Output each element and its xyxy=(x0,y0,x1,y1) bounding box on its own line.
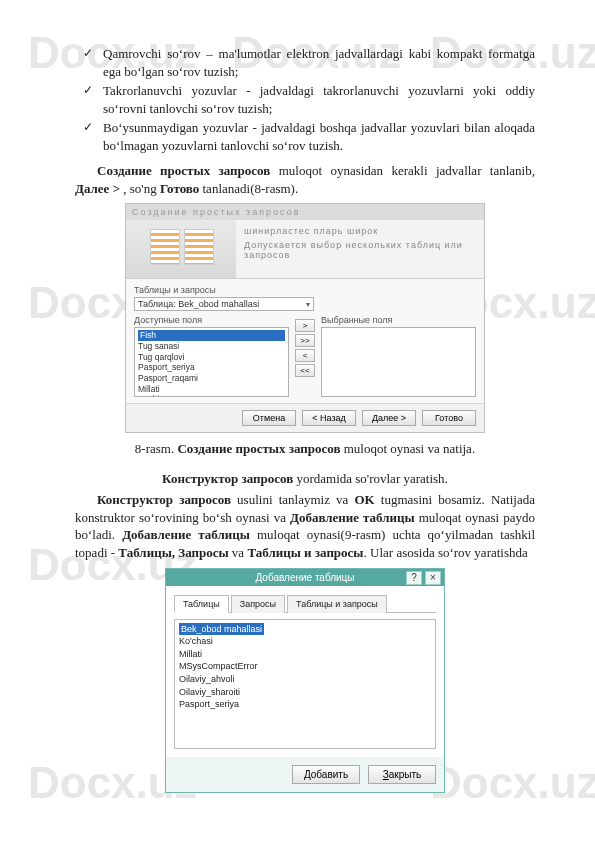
figure-8-caption: 8-rasm. Создание простых запросов muloqo… xyxy=(75,441,535,457)
bullet-list: Qamrovchi so‘rov – ma'lumotlar elektron … xyxy=(75,45,535,154)
help-button[interactable]: ? xyxy=(406,571,422,585)
cancel-button[interactable]: Отмена xyxy=(242,410,296,426)
list-item[interactable]: Oilaviy_sharoiti xyxy=(179,686,431,699)
bold-text: OK xyxy=(354,492,374,507)
bold-text: Готово xyxy=(160,181,199,196)
bold-text: Далее > xyxy=(75,181,120,196)
move-right-button[interactable]: > xyxy=(295,319,315,332)
chevron-down-icon: ▾ xyxy=(306,300,310,309)
text: . Ular asosida so‘rov yaratishda xyxy=(364,545,528,560)
available-fields-list[interactable]: Fish Tug sanasi Tug qarqlovi Pasport_ser… xyxy=(134,327,289,397)
dialog-buttons: Добавить Закрыть xyxy=(166,757,444,792)
field-label: Выбранные поля xyxy=(321,315,476,325)
wizard-body: Таблицы и запросы Таблица: Bek_obod maha… xyxy=(126,279,484,403)
bold-text: Создание простых запросов xyxy=(97,163,270,178)
bold-text: Конструктор запросов xyxy=(97,492,231,507)
move-all-left-button[interactable]: << xyxy=(295,364,315,377)
list-item[interactable]: Kasbi xyxy=(138,394,285,397)
wizard-header-text: шинирластес пларь широк Допускается выбо… xyxy=(236,220,484,278)
text: обавить xyxy=(311,769,348,780)
text: Д xyxy=(304,769,311,780)
text: , so'ng xyxy=(120,181,160,196)
close-dialog-button[interactable]: Закрыть xyxy=(368,765,436,784)
list-item[interactable]: Ko'chasi xyxy=(179,635,431,648)
move-left-button[interactable]: < xyxy=(295,349,315,362)
tables-dropdown[interactable]: Таблица: Bek_obod mahallasi ▾ xyxy=(134,297,314,311)
field-label: Доступные поля xyxy=(134,315,289,325)
add-table-dialog: Добавление таблицы ? × Таблицы Запросы Т… xyxy=(165,568,445,793)
move-buttons: > >> < << xyxy=(295,319,315,377)
back-button[interactable]: < Назад xyxy=(302,410,356,426)
wizard-art xyxy=(126,220,236,278)
dialog-title: Создание простых запросов xyxy=(126,204,484,220)
tab-queries[interactable]: Запросы xyxy=(231,595,285,613)
dialog-tabs: Таблицы Запросы Таблицы и запросы xyxy=(174,594,436,613)
field-label: Таблицы и запросы xyxy=(134,285,476,295)
list-item[interactable]: MSysCompactError xyxy=(179,660,431,673)
next-button[interactable]: Далее > xyxy=(362,410,416,426)
text: 8-rasm. xyxy=(135,441,178,456)
list-item[interactable]: Pasport_seriya xyxy=(179,698,431,711)
list-item[interactable]: Millati xyxy=(138,384,285,395)
page-content: Qamrovchi so‘rov – ma'lumotlar elektron … xyxy=(0,0,595,833)
paragraph-1: Создание простых запросов muloqot oynasi… xyxy=(75,162,535,197)
bold-text: Таблицы, Запросы xyxy=(118,545,228,560)
text: va xyxy=(229,545,248,560)
bold-text: Добавление таблицы xyxy=(122,527,250,542)
bullet-item: Qamrovchi so‘rov – ma'lumotlar elektron … xyxy=(75,45,535,80)
text: Допускается выбор нескольких таблиц или … xyxy=(244,240,476,260)
tab-tables[interactable]: Таблицы xyxy=(174,595,229,613)
finish-button[interactable]: Готово xyxy=(422,410,476,426)
list-item[interactable]: Pasport_raqami xyxy=(138,373,285,384)
bold-text: Конструктор запросов xyxy=(162,471,293,486)
close-button[interactable]: × xyxy=(425,571,441,585)
text: usulini tanlaymiz va xyxy=(231,492,354,507)
text: yordamida so'rovlar yaratish. xyxy=(293,471,448,486)
bold-text: Таблицы и запросы xyxy=(247,545,363,560)
dialog-body: Таблицы Запросы Таблицы и запросы Bek_ob… xyxy=(166,586,444,757)
tab-both[interactable]: Таблицы и запросы xyxy=(287,595,387,613)
dropdown-value: Таблица: Bek_obod mahallasi xyxy=(138,299,259,309)
move-all-right-button[interactable]: >> xyxy=(295,334,315,347)
list-item[interactable]: Millati xyxy=(179,648,431,661)
tables-list[interactable]: Bek_obod mahallasi Ko'chasi Millati MSys… xyxy=(174,619,436,749)
bullet-item: Bo‘ysunmaydigan yozuvlar - jadvaldagi bo… xyxy=(75,119,535,154)
wizard-buttons: Отмена < Назад Далее > Готово xyxy=(126,403,484,432)
list-item[interactable]: Pasport_seriya xyxy=(138,362,285,373)
text: акрыть xyxy=(389,769,421,780)
bold-text: Создание простых запросов xyxy=(177,441,340,456)
section-heading: Конструктор запросов yordamida so'rovlar… xyxy=(75,471,535,487)
paragraph-2: Конструктор запросов usulini tanlaymiz v… xyxy=(75,491,535,561)
text: tanlanadi(8-rasm). xyxy=(199,181,298,196)
list-item[interactable]: Fish xyxy=(138,330,285,341)
text: muloqot oynasidan kerakli jadvallar tanl… xyxy=(270,163,535,178)
bold-text: Добавление таблицы xyxy=(290,510,415,525)
wizard-dialog: Создание простых запросов шинирластес пл… xyxy=(125,203,485,433)
bullet-item: Takrorlanuvchi yozuvlar - jadvaldagi tak… xyxy=(75,82,535,117)
list-item[interactable]: Bek_obod mahallasi xyxy=(179,623,264,636)
dialog-title: Добавление таблицы xyxy=(255,572,354,583)
dialog-titlebar: Добавление таблицы ? × xyxy=(166,569,444,586)
text: шинирластес пларь широк xyxy=(244,226,476,236)
text: muloqot oynasi va natija. xyxy=(340,441,475,456)
add-button[interactable]: Добавить xyxy=(292,765,360,784)
wizard-header: шинирластес пларь широк Допускается выбо… xyxy=(126,220,484,279)
list-item[interactable]: Oilaviy_ahvoli xyxy=(179,673,431,686)
selected-fields-list[interactable] xyxy=(321,327,476,397)
list-item[interactable]: Tug qarqlovi xyxy=(138,352,285,363)
list-item[interactable]: Tug sanasi xyxy=(138,341,285,352)
